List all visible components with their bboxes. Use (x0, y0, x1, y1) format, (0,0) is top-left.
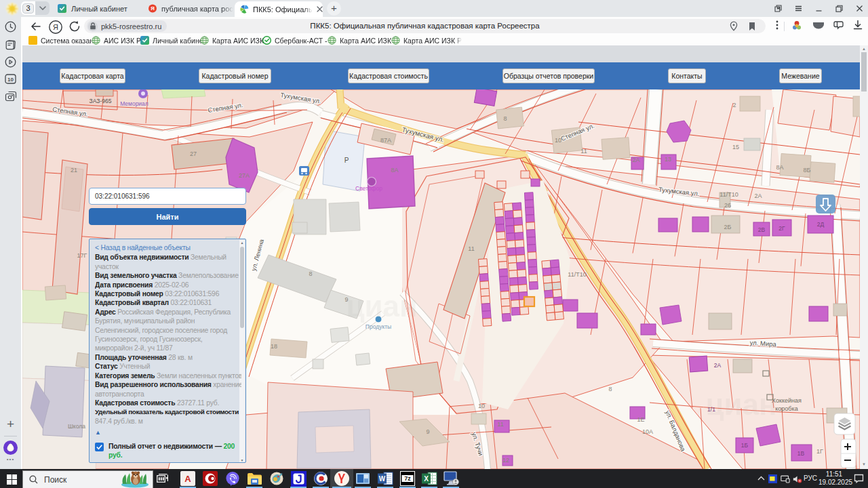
svg-text:8А: 8А (391, 167, 398, 174)
svg-text:27: 27 (190, 150, 197, 157)
svg-text:11/Т10: 11/Т10 (568, 271, 586, 278)
svg-text:2А: 2А (714, 362, 722, 369)
svg-text:циан: циан (346, 289, 417, 323)
svg-text:11: 11 (580, 148, 587, 155)
svg-text:1Б: 1Б (741, 442, 749, 449)
svg-text:10: 10 (478, 403, 485, 409)
svg-text:87А: 87А (380, 137, 391, 144)
svg-text:2В: 2В (758, 226, 766, 233)
svg-text:ЗАЗ-965: ЗАЗ-965 (90, 98, 112, 104)
svg-text:26: 26 (724, 202, 731, 209)
svg-text:27А: 27А (239, 172, 250, 179)
svg-text:17Г: 17Г (77, 252, 87, 259)
svg-text:X: X (424, 475, 429, 483)
svg-text:1Е: 1Е (637, 416, 644, 423)
svg-text:8А: 8А (776, 164, 783, 171)
svg-text:A: A (184, 474, 191, 484)
svg-text:21: 21 (71, 167, 77, 174)
svg-text:циан: циан (705, 388, 776, 421)
svg-text:коробка: коробка (775, 405, 797, 412)
svg-text:Продукты: Продукты (366, 323, 391, 330)
svg-text:8Б: 8Б (804, 167, 811, 174)
svg-text:7z: 7z (404, 475, 411, 482)
svg-text:Школа: Школа (68, 423, 85, 430)
svg-text:Р: Р (344, 157, 349, 164)
svg-text:2Г: 2Г (778, 225, 785, 232)
svg-text:11: 11 (468, 245, 474, 252)
svg-text:11: 11 (497, 421, 503, 428)
svg-text:2А: 2А (754, 192, 762, 199)
svg-text:8: 8 (608, 386, 612, 392)
svg-text:2Д: 2Д (817, 221, 825, 228)
svg-text:1Г: 1Г (816, 448, 823, 455)
svg-text:10: 10 (7, 77, 14, 83)
svg-text:15: 15 (732, 144, 739, 150)
svg-text:2Б: 2Б (724, 224, 732, 230)
svg-text:11/Т10: 11/Т10 (719, 191, 738, 198)
svg-text:2А: 2А (632, 157, 639, 163)
svg-text:10А: 10А (642, 428, 653, 435)
svg-text:Мемориал: Мемориал (120, 100, 149, 107)
svg-text:W: W (378, 475, 385, 483)
svg-text:8: 8 (503, 115, 507, 122)
svg-text:18: 18 (271, 343, 277, 350)
svg-text:2: 2 (732, 102, 736, 108)
svg-text:1В: 1В (797, 450, 805, 457)
svg-text:13: 13 (665, 156, 671, 163)
svg-text:8: 8 (309, 270, 312, 277)
svg-text:Светофор: Светофор (355, 185, 382, 192)
svg-text:10: 10 (555, 137, 561, 144)
svg-text:9: 9 (426, 428, 429, 435)
svg-text:12: 12 (502, 457, 509, 464)
svg-text:Я: Я (151, 5, 155, 12)
svg-text:Я: Я (53, 23, 58, 31)
